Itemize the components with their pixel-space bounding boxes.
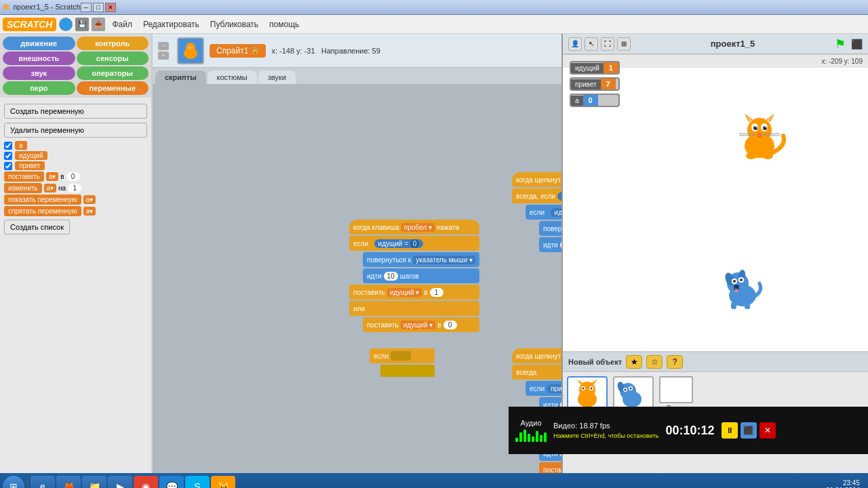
set-going-0-block[interactable]: поставить идущий ▾ в 0 bbox=[363, 317, 479, 332]
control-category[interactable]: контроль bbox=[77, 37, 149, 50]
when-flag-hat-2[interactable]: когда щелкнут по ⚑ bbox=[512, 348, 561, 363]
var-going-checkbox[interactable] bbox=[4, 152, 12, 160]
block-key-pressed[interactable]: когда клавиша пробел ▾ нажата если идущи… bbox=[349, 220, 479, 332]
steps-10-2[interactable]: 10 bbox=[560, 241, 561, 249]
globe-icon[interactable]: 🌐 bbox=[59, 18, 73, 31]
operators-category[interactable]: операторы bbox=[77, 66, 149, 80]
stage-btn-person[interactable]: 👤 bbox=[568, 37, 582, 51]
stage-btn-cursor[interactable]: ↖ bbox=[585, 37, 598, 51]
stop-button[interactable]: ⬛ bbox=[851, 39, 863, 49]
var-a-checkbox[interactable] bbox=[4, 142, 12, 150]
rec-pause-button[interactable]: ⏸ bbox=[722, 422, 738, 439]
variables-category[interactable]: переменные bbox=[77, 81, 149, 95]
going-dropdown-2[interactable]: идущий ▾ bbox=[401, 321, 436, 329]
if-loose-block[interactable]: если bbox=[370, 348, 435, 363]
delete-variable-button[interactable]: Удалить переменную bbox=[4, 123, 147, 138]
point-towards-block[interactable]: повернуться к указатель мыши ▾ bbox=[363, 252, 479, 267]
forever-block-2[interactable]: всегда bbox=[512, 365, 561, 380]
task-skype[interactable]: S bbox=[185, 476, 210, 488]
appearance-category[interactable]: внешность bbox=[3, 52, 75, 65]
set-var-block[interactable]: поставить bbox=[4, 171, 44, 182]
rec-hint: Нажмите Ctrl+End, чтобы остановить bbox=[553, 432, 659, 439]
task-scratch[interactable]: 🐱 bbox=[211, 476, 235, 488]
set-var-a[interactable]: а▾ bbox=[46, 172, 59, 181]
rec-stop-button[interactable]: ⬛ bbox=[741, 422, 757, 439]
start-button[interactable]: ⊞ bbox=[3, 476, 24, 488]
if-going-block[interactable]: если идущий = 0 bbox=[349, 236, 479, 251]
script-canvas[interactable]: когда клавиша пробел ▾ нажата если идущи… bbox=[153, 84, 561, 473]
new-sprite-random-button[interactable]: ? bbox=[667, 355, 683, 369]
sound-category[interactable]: звук bbox=[3, 66, 75, 80]
minimize-button[interactable]: ─ bbox=[81, 3, 92, 12]
task-firefox[interactable]: 🦊 bbox=[56, 476, 81, 488]
sprite-thumb-1 bbox=[567, 376, 608, 410]
menubar: SCRATCH 🌐 💾 📤 Файл Редактировать Публико… bbox=[0, 15, 868, 34]
pen-category[interactable]: перо bbox=[3, 81, 75, 95]
close-button[interactable]: ✕ bbox=[105, 3, 116, 12]
change-var-a[interactable]: а▾ bbox=[44, 184, 57, 192]
rec-close-button[interactable]: ✕ bbox=[760, 422, 776, 439]
task-folder[interactable]: 📁 bbox=[82, 476, 106, 488]
motion-category[interactable]: движение bbox=[3, 37, 75, 50]
change-var-block[interactable]: изменить bbox=[4, 183, 42, 193]
key-dropdown[interactable]: пробел ▾ bbox=[401, 223, 435, 232]
tab-scripts[interactable]: скрипты bbox=[155, 70, 206, 84]
new-sprite-paint-button[interactable]: ★ bbox=[626, 355, 642, 369]
if-going-eq-block[interactable]: если идущий = 0 bbox=[526, 205, 561, 220]
dog-sprite[interactable] bbox=[719, 263, 766, 310]
create-list-button[interactable]: Создать список bbox=[4, 220, 70, 235]
tab-costumes[interactable]: костюмы bbox=[208, 70, 257, 84]
green-flag-button[interactable]: ⚑ bbox=[835, 37, 846, 52]
task-media[interactable]: ▶ bbox=[108, 476, 132, 488]
else-block[interactable]: или bbox=[349, 301, 479, 316]
move-10-2[interactable]: идти 10 шагов bbox=[539, 237, 561, 252]
tab-sounds[interactable]: звуки bbox=[258, 70, 296, 84]
sensors-category[interactable]: сенсоры bbox=[77, 52, 149, 65]
task-chrome[interactable]: ◉ bbox=[134, 476, 158, 488]
maximize-button[interactable]: □ bbox=[93, 3, 104, 12]
var-hello-tag[interactable]: привет bbox=[15, 161, 45, 170]
pointer-dropdown[interactable]: указатель мыши ▾ bbox=[413, 256, 475, 264]
file-menu[interactable]: Файл bbox=[108, 18, 136, 30]
var-a-tag[interactable]: а bbox=[15, 141, 27, 150]
val-1[interactable]: 1 bbox=[430, 288, 443, 297]
set-going-1-block[interactable]: поставить идущий ▾ в 1 bbox=[349, 285, 479, 300]
share-icon[interactable]: 📤 bbox=[92, 18, 105, 31]
new-sprite-star-button[interactable]: ☆ bbox=[646, 355, 663, 369]
mouse-condition[interactable]: мышка нажата? bbox=[557, 192, 561, 201]
zoom-in-button[interactable]: + bbox=[158, 52, 169, 60]
zoom-out-button[interactable]: − bbox=[158, 42, 169, 50]
stage-btn-settings[interactable]: ⊞ bbox=[617, 37, 631, 51]
var-hello-checkbox[interactable] bbox=[4, 162, 12, 170]
hide-var-a[interactable]: а▾ bbox=[83, 207, 96, 216]
show-var-block[interactable]: показать переменную bbox=[4, 195, 81, 205]
when-key-hat[interactable]: когда клавиша пробел ▾ нажата bbox=[349, 220, 479, 235]
create-variable-button[interactable]: Создать переменную bbox=[4, 104, 147, 119]
show-var-a[interactable]: а▾ bbox=[83, 195, 96, 204]
hello-condition[interactable]: привет = 7 bbox=[547, 384, 561, 393]
block-flag-1[interactable]: когда щелкнут по ⚑ всегда, если мышка на… bbox=[512, 172, 561, 252]
forever-if-block[interactable]: всегда, если мышка нажата? bbox=[512, 188, 561, 203]
point-towards-2[interactable]: повернуться к указатель мыши ▾ bbox=[539, 221, 561, 236]
when-flag-hat-1[interactable]: когда щелкнут по ⚑ bbox=[512, 172, 561, 187]
val-0[interactable]: 0 bbox=[443, 321, 457, 329]
cat-sprite[interactable] bbox=[732, 108, 787, 163]
going-cond-2[interactable]: идущий = 0 bbox=[551, 208, 561, 217]
help-menu[interactable]: помощь bbox=[265, 18, 303, 30]
save-icon[interactable]: 💾 bbox=[75, 18, 89, 31]
if-hello-block[interactable]: если привет = 7 bbox=[526, 381, 561, 396]
set-hello-7[interactable]: поставить привет ▾ в 7 bbox=[539, 462, 561, 473]
hide-var-block[interactable]: спрятать переменную bbox=[4, 206, 81, 216]
stage-btn-fullscreen[interactable]: ⛶ bbox=[601, 37, 614, 51]
task-qip[interactable]: 💬 bbox=[159, 476, 184, 488]
going-condition[interactable]: идущий = 0 bbox=[374, 239, 424, 248]
block-if-loose[interactable]: если bbox=[370, 348, 435, 377]
task-ie[interactable]: e bbox=[31, 476, 55, 488]
rec-bar-8 bbox=[544, 432, 547, 442]
going-dropdown-1[interactable]: идущий ▾ bbox=[387, 288, 422, 297]
steps-input[interactable]: 10 bbox=[384, 272, 398, 281]
move-steps-block[interactable]: идти 10 шагов bbox=[363, 268, 479, 283]
publish-menu[interactable]: Публиковать bbox=[206, 18, 262, 30]
var-going-tag[interactable]: идущий bbox=[15, 151, 47, 160]
edit-menu[interactable]: Редактировать bbox=[139, 18, 203, 30]
